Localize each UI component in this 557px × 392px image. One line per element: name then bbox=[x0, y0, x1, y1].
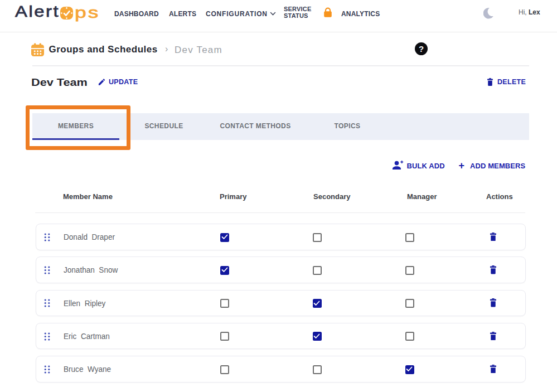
svg-text:?: ? bbox=[419, 44, 424, 54]
